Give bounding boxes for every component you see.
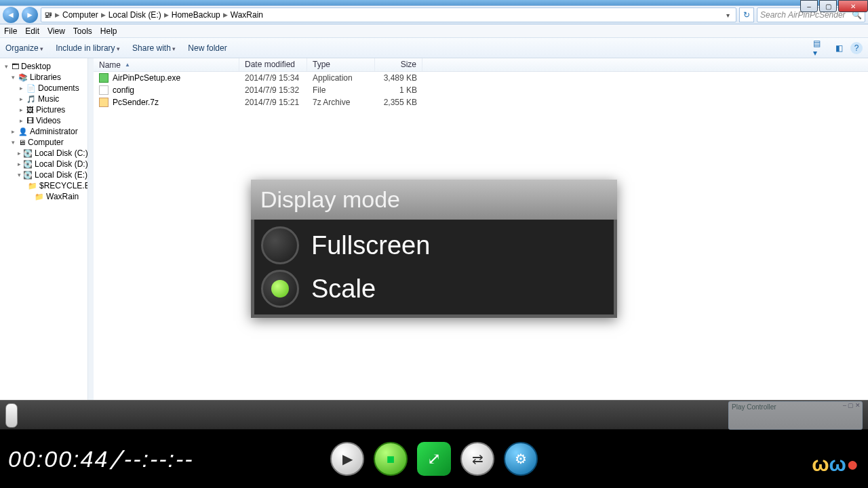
navigation-tree: ▾🗔Desktop ▾📚Libraries ▸📄Documents ▸🎵Musi… (0, 58, 88, 400)
radio-scale[interactable]: Scale (257, 267, 611, 310)
file-type: File (307, 85, 375, 95)
chevron-right-icon: ▶ (54, 12, 61, 18)
nav-back-button[interactable]: ◄ (3, 7, 19, 23)
collapse-icon[interactable]: ▾ (9, 74, 16, 81)
include-library-button[interactable]: Include in library (56, 43, 120, 53)
tree-pictures[interactable]: Pictures (36, 105, 65, 115)
sort-asc-icon: ▲ (125, 62, 130, 68)
display-mode-dialog: Display mode Fullscreen Scale (251, 180, 617, 318)
radio-fullscreen[interactable]: Fullscreen (257, 224, 611, 267)
organize-button[interactable]: Organize (5, 43, 43, 53)
tree-libraries[interactable]: Libraries (30, 73, 61, 82)
libraries-icon: 📚 (18, 73, 28, 82)
swap-button[interactable]: ⇄ (460, 442, 494, 476)
file-type: Application (307, 73, 375, 83)
tree-diske[interactable]: Local Disk (E:) (35, 170, 87, 180)
fullscreen-button[interactable]: ⤢ (417, 442, 451, 476)
breadcrumb-item[interactable]: HomeBackup (172, 10, 220, 20)
radio-label: Fullscreen (311, 231, 430, 260)
tree-videos[interactable]: Videos (36, 116, 60, 125)
file-date: 2014/7/9 15:34 (239, 73, 307, 83)
menu-tools[interactable]: Tools (73, 26, 92, 36)
expand-icon[interactable]: ▸ (18, 150, 21, 157)
folder-icon: 📄 (26, 84, 36, 93)
column-type[interactable]: Type (307, 58, 375, 71)
window-close-button[interactable]: ✕ (838, 0, 868, 12)
menu-view[interactable]: View (47, 26, 65, 36)
column-size[interactable]: Size (375, 58, 422, 71)
radio-icon (261, 226, 299, 264)
tree-administrator[interactable]: Administrator (30, 127, 78, 136)
file-name: config (113, 85, 134, 95)
view-options-button[interactable]: ▤ ▾ (812, 41, 827, 55)
help-button[interactable]: ? (850, 42, 863, 54)
expand-icon[interactable]: ▸ (18, 106, 24, 113)
breadcrumb-item[interactable]: WaxRain (231, 10, 263, 20)
breadcrumb-dropdown[interactable]: ▾ (722, 12, 733, 19)
menu-help[interactable]: Help (100, 26, 117, 36)
nav-forward-button[interactable]: ► (22, 7, 38, 23)
desktop-icon: 🗔 (12, 62, 19, 70)
seek-thumb[interactable] (5, 403, 18, 428)
preview-pane-button[interactable]: ◧ (831, 41, 846, 55)
file-icon (99, 85, 108, 95)
media-player: 00:00:44/--:--:-- ▶ ■ ⤢ ⇄ ⚙ ωω● Play Con… (0, 400, 868, 488)
tree-music[interactable]: Music (38, 94, 59, 104)
window-maximize-button[interactable]: ▢ (819, 0, 837, 12)
tree-diskc[interactable]: Local Disk (C:) (35, 148, 88, 158)
dialog-title: Display mode (251, 180, 617, 220)
file-row[interactable]: AirPinPcSetup.exe2014/7/9 15:34Applicati… (94, 72, 868, 84)
user-icon: 👤 (18, 127, 28, 136)
settings-button[interactable]: ⚙ (504, 442, 538, 476)
tree-computer[interactable]: Computer (28, 138, 64, 147)
refresh-button[interactable]: ↻ (739, 7, 754, 22)
play-controller-window[interactable]: Play Controller – ▢ ✕ (728, 401, 863, 430)
tree-scrollbar[interactable] (88, 58, 94, 400)
breadcrumb[interactable]: 🖳 ▶ Computer ▶ Local Disk (E:) ▶ HomeBac… (41, 7, 736, 22)
file-date: 2014/7/9 15:21 (239, 98, 307, 107)
computer-icon: 🖥 (18, 138, 26, 146)
tree-diskd[interactable]: Local Disk (D:) (35, 159, 88, 169)
file-type: 7z Archive (307, 98, 375, 107)
file-size: 3,489 KB (375, 73, 422, 83)
column-name[interactable]: Name▲ (94, 58, 239, 71)
file-name: PcSender.7z (113, 98, 159, 107)
file-row[interactable]: config2014/7/9 15:32File1 KB (94, 84, 868, 96)
tree-waxrain[interactable]: WaxRain (46, 192, 79, 201)
mini-maximize-icon[interactable]: ▢ (848, 402, 854, 409)
expand-icon[interactable]: ▸ (18, 117, 24, 124)
mini-minimize-icon[interactable]: – (843, 402, 846, 409)
timecode: 00:00:44/--:--:-- (8, 445, 194, 472)
tree-desktop[interactable]: Desktop (21, 62, 51, 71)
radio-label: Scale (311, 274, 376, 304)
stop-button[interactable]: ■ (374, 442, 408, 476)
play-button[interactable]: ▶ (330, 442, 364, 476)
file-name: AirPinPcSetup.exe (113, 73, 180, 83)
chevron-right-icon: ▶ (222, 12, 229, 18)
new-folder-button[interactable]: New folder (188, 43, 226, 53)
folder-icon: 📁 (28, 182, 37, 190)
expand-icon[interactable]: ▸ (9, 128, 16, 135)
column-date[interactable]: Date modified (239, 58, 307, 71)
file-date: 2014/7/9 15:32 (239, 85, 307, 95)
expand-icon[interactable]: ▸ (18, 85, 24, 92)
tree-documents[interactable]: Documents (38, 83, 79, 93)
mini-close-icon[interactable]: ✕ (855, 402, 861, 409)
drive-icon: 💽 (23, 171, 33, 180)
menu-edit[interactable]: Edit (25, 26, 39, 36)
breadcrumb-item[interactable]: Computer (62, 10, 98, 20)
pictures-icon: 🖼 (26, 106, 34, 114)
share-with-button[interactable]: Share with (132, 43, 176, 53)
collapse-icon[interactable]: ▾ (18, 171, 21, 178)
expand-icon[interactable]: ▸ (18, 161, 21, 167)
collapse-icon[interactable]: ▾ (3, 63, 9, 70)
tree-recycle[interactable]: $RECYCLE.BIN (39, 181, 88, 190)
breadcrumb-item[interactable]: Local Disk (E:) (108, 10, 161, 20)
window-minimize-button[interactable]: – (800, 0, 818, 12)
file-row[interactable]: PcSender.7z2014/7/9 15:217z Archive2,355… (94, 96, 868, 108)
collapse-icon[interactable]: ▾ (9, 139, 16, 146)
music-icon: 🎵 (26, 95, 36, 104)
file-size: 2,355 KB (375, 98, 422, 107)
menu-file[interactable]: File (4, 26, 17, 36)
expand-icon[interactable]: ▸ (18, 96, 24, 102)
